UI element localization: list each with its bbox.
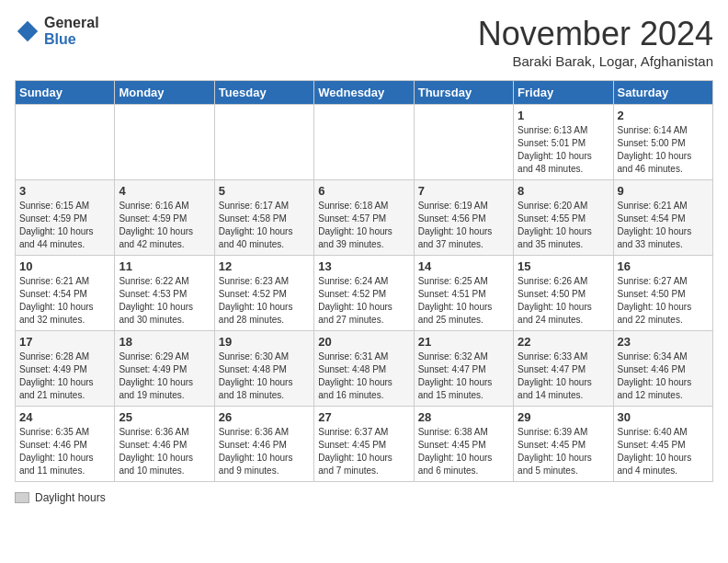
calendar-cell: 29Sunrise: 6:39 AM Sunset: 4:45 PM Dayli…: [514, 407, 613, 482]
calendar-cell: [115, 105, 214, 180]
day-number: 17: [19, 335, 110, 349]
calendar-cell: 10Sunrise: 6:21 AM Sunset: 4:54 PM Dayli…: [16, 256, 115, 331]
day-info: Sunrise: 6:26 AM Sunset: 4:50 PM Dayligh…: [518, 275, 609, 327]
calendar-header-friday: Friday: [514, 81, 613, 105]
day-info: Sunrise: 6:17 AM Sunset: 4:58 PM Dayligh…: [219, 200, 310, 251]
calendar-cell: 4Sunrise: 6:16 AM Sunset: 4:59 PM Daylig…: [115, 180, 214, 256]
day-info: Sunrise: 6:33 AM Sunset: 4:47 PM Dayligh…: [518, 350, 609, 402]
title-block: November 2024 Baraki Barak, Logar, Afgha…: [478, 15, 713, 69]
calendar-cell: 11Sunrise: 6:22 AM Sunset: 4:53 PM Dayli…: [115, 256, 214, 331]
calendar-cell: 20Sunrise: 6:31 AM Sunset: 4:48 PM Dayli…: [314, 331, 414, 407]
day-info: Sunrise: 6:36 AM Sunset: 4:46 PM Dayligh…: [219, 426, 310, 477]
day-number: 21: [418, 335, 509, 349]
calendar-cell: [314, 105, 414, 180]
calendar-header-saturday: Saturday: [613, 81, 712, 105]
day-info: Sunrise: 6:36 AM Sunset: 4:46 PM Dayligh…: [119, 426, 210, 477]
day-number: 13: [318, 259, 409, 273]
day-info: Sunrise: 6:16 AM Sunset: 4:59 PM Dayligh…: [119, 200, 210, 251]
day-number: 9: [618, 184, 709, 198]
day-number: 4: [119, 184, 210, 198]
day-number: 18: [119, 335, 210, 349]
day-info: Sunrise: 6:39 AM Sunset: 4:45 PM Dayligh…: [518, 426, 609, 477]
day-info: Sunrise: 6:35 AM Sunset: 4:46 PM Dayligh…: [19, 426, 110, 477]
day-number: 26: [219, 410, 310, 424]
calendar-cell: 6Sunrise: 6:18 AM Sunset: 4:57 PM Daylig…: [314, 180, 414, 256]
day-info: Sunrise: 6:20 AM Sunset: 4:55 PM Dayligh…: [518, 200, 609, 251]
logo-blue: Blue: [44, 31, 99, 48]
calendar-cell: 27Sunrise: 6:37 AM Sunset: 4:45 PM Dayli…: [314, 407, 414, 482]
calendar-cell: 7Sunrise: 6:19 AM Sunset: 4:56 PM Daylig…: [414, 180, 513, 256]
day-number: 28: [418, 410, 509, 424]
calendar-cell: [214, 105, 313, 180]
calendar-cell: 5Sunrise: 6:17 AM Sunset: 4:58 PM Daylig…: [214, 180, 313, 256]
calendar-cell: 2Sunrise: 6:14 AM Sunset: 5:00 PM Daylig…: [613, 105, 712, 180]
calendar-cell: 18Sunrise: 6:29 AM Sunset: 4:49 PM Dayli…: [115, 331, 214, 407]
calendar-cell: 9Sunrise: 6:21 AM Sunset: 4:54 PM Daylig…: [613, 180, 712, 256]
calendar-cell: 8Sunrise: 6:20 AM Sunset: 4:55 PM Daylig…: [514, 180, 613, 256]
day-info: Sunrise: 6:29 AM Sunset: 4:49 PM Dayligh…: [119, 350, 210, 402]
svg-marker-0: [17, 20, 38, 40]
day-number: 2: [618, 109, 709, 122]
calendar-cell: 14Sunrise: 6:25 AM Sunset: 4:51 PM Dayli…: [414, 256, 513, 331]
legend-label: Daylight hours: [35, 491, 106, 504]
calendar-cell: 17Sunrise: 6:28 AM Sunset: 4:49 PM Dayli…: [16, 331, 115, 407]
calendar-cell: 13Sunrise: 6:24 AM Sunset: 4:52 PM Dayli…: [314, 256, 414, 331]
calendar-cell: 28Sunrise: 6:38 AM Sunset: 4:45 PM Dayli…: [414, 407, 513, 482]
calendar-cell: 15Sunrise: 6:26 AM Sunset: 4:50 PM Dayli…: [514, 256, 613, 331]
calendar-cell: 16Sunrise: 6:27 AM Sunset: 4:50 PM Dayli…: [613, 256, 712, 331]
day-number: 20: [318, 335, 409, 349]
day-number: 15: [518, 259, 609, 273]
calendar-cell: 3Sunrise: 6:15 AM Sunset: 4:59 PM Daylig…: [16, 180, 115, 256]
calendar-cell: 23Sunrise: 6:34 AM Sunset: 4:46 PM Dayli…: [613, 331, 712, 407]
day-number: 19: [219, 335, 310, 349]
calendar-table: SundayMondayTuesdayWednesdayThursdayFrid…: [15, 80, 713, 482]
day-info: Sunrise: 6:28 AM Sunset: 4:49 PM Dayligh…: [19, 350, 110, 402]
day-info: Sunrise: 6:15 AM Sunset: 4:59 PM Dayligh…: [19, 200, 110, 251]
day-number: 12: [219, 259, 310, 273]
day-number: 30: [618, 410, 709, 424]
day-number: 1: [518, 109, 609, 122]
day-info: Sunrise: 6:19 AM Sunset: 4:56 PM Dayligh…: [418, 200, 509, 251]
day-info: Sunrise: 6:14 AM Sunset: 5:00 PM Dayligh…: [618, 124, 709, 176]
day-info: Sunrise: 6:31 AM Sunset: 4:48 PM Dayligh…: [318, 350, 409, 402]
calendar-header-sunday: Sunday: [16, 81, 115, 105]
day-number: 11: [119, 259, 210, 273]
day-number: 16: [618, 259, 709, 273]
day-info: Sunrise: 6:21 AM Sunset: 4:54 PM Dayligh…: [618, 200, 709, 251]
day-number: 27: [318, 410, 409, 424]
calendar-header-monday: Monday: [115, 81, 214, 105]
calendar-header-thursday: Thursday: [414, 81, 513, 105]
day-number: 14: [418, 259, 509, 273]
day-number: 5: [219, 184, 310, 198]
calendar-cell: 12Sunrise: 6:23 AM Sunset: 4:52 PM Dayli…: [214, 256, 313, 331]
day-info: Sunrise: 6:32 AM Sunset: 4:47 PM Dayligh…: [418, 350, 509, 402]
day-info: Sunrise: 6:27 AM Sunset: 4:50 PM Dayligh…: [618, 275, 709, 327]
legend-box: [15, 492, 29, 503]
day-info: Sunrise: 6:24 AM Sunset: 4:52 PM Dayligh…: [318, 275, 409, 327]
day-number: 23: [618, 335, 709, 349]
day-number: 29: [518, 410, 609, 424]
day-number: 10: [19, 259, 110, 273]
calendar-header-tuesday: Tuesday: [214, 81, 313, 105]
calendar-cell: 21Sunrise: 6:32 AM Sunset: 4:47 PM Dayli…: [414, 331, 513, 407]
calendar-cell: 30Sunrise: 6:40 AM Sunset: 4:45 PM Dayli…: [613, 407, 712, 482]
calendar-cell: 1Sunrise: 6:13 AM Sunset: 5:01 PM Daylig…: [514, 105, 613, 180]
calendar-cell: 25Sunrise: 6:36 AM Sunset: 4:46 PM Dayli…: [115, 407, 214, 482]
day-info: Sunrise: 6:22 AM Sunset: 4:53 PM Dayligh…: [119, 275, 210, 327]
day-number: 22: [518, 335, 609, 349]
day-number: 7: [418, 184, 509, 198]
legend: Daylight hours: [15, 491, 713, 504]
logo-icon: [15, 18, 40, 44]
day-info: Sunrise: 6:23 AM Sunset: 4:52 PM Dayligh…: [219, 275, 310, 327]
calendar-cell: [16, 105, 115, 180]
day-info: Sunrise: 6:25 AM Sunset: 4:51 PM Dayligh…: [418, 275, 509, 327]
day-number: 24: [19, 410, 110, 424]
month-title: November 2024: [478, 15, 713, 53]
day-info: Sunrise: 6:18 AM Sunset: 4:57 PM Dayligh…: [318, 200, 409, 251]
day-info: Sunrise: 6:21 AM Sunset: 4:54 PM Dayligh…: [19, 275, 110, 327]
calendar-cell: 26Sunrise: 6:36 AM Sunset: 4:46 PM Dayli…: [214, 407, 313, 482]
day-number: 25: [119, 410, 210, 424]
day-info: Sunrise: 6:34 AM Sunset: 4:46 PM Dayligh…: [618, 350, 709, 402]
logo: General Blue: [15, 15, 99, 47]
calendar-cell: 24Sunrise: 6:35 AM Sunset: 4:46 PM Dayli…: [16, 407, 115, 482]
